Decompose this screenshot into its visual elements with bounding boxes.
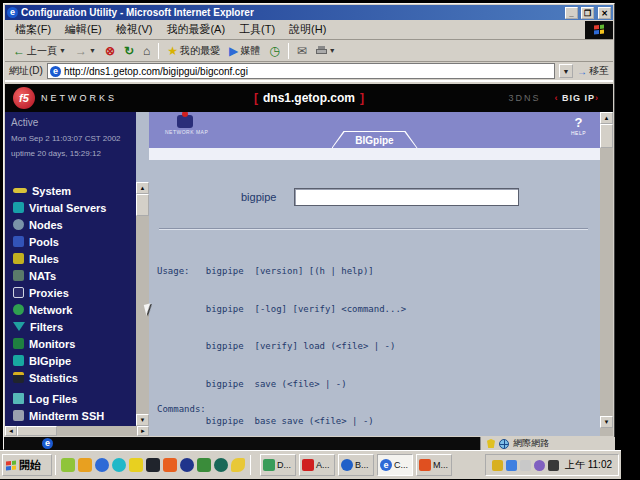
quicklaunch-icon-9[interactable] bbox=[197, 458, 211, 472]
tab-content-edge bbox=[149, 148, 600, 160]
back-dropdown-icon[interactable]: ▼ bbox=[59, 47, 66, 54]
task-button-4-active[interactable]: eC... bbox=[377, 454, 413, 476]
tray-icon-3[interactable] bbox=[520, 460, 531, 471]
proxies-icon bbox=[13, 287, 24, 298]
commands-text: Commands: class <class name> { <ip membe… bbox=[157, 378, 531, 436]
forward-dropdown-icon[interactable]: ▼ bbox=[89, 47, 96, 54]
app-icon bbox=[302, 459, 314, 471]
quicklaunch-icon-7[interactable] bbox=[163, 458, 177, 472]
sidebar-horizontal-scrollbar[interactable]: ◄ ► bbox=[5, 426, 149, 436]
quicklaunch-icon-8[interactable] bbox=[180, 458, 194, 472]
sidebar-item-label: BIGpipe bbox=[29, 355, 71, 367]
sidebar-item-system[interactable]: System bbox=[5, 182, 136, 199]
scroll-down-icon[interactable]: ▼ bbox=[136, 414, 149, 426]
sidebar-item-pools[interactable]: Pools bbox=[5, 233, 136, 250]
statistics-icon bbox=[13, 372, 24, 383]
sidebar-item-mindterm-ssh[interactable]: Mindterm SSH bbox=[5, 407, 136, 424]
browser-window: e Configuration Utility - Microsoft Inte… bbox=[3, 3, 615, 450]
quicklaunch-icon-2[interactable] bbox=[78, 458, 92, 472]
filters-icon bbox=[13, 322, 25, 331]
main-vertical-scrollbar[interactable]: ▲ ▼ bbox=[600, 112, 613, 436]
print-button[interactable]: ▼ bbox=[312, 44, 340, 57]
quicklaunch-icon-5[interactable] bbox=[129, 458, 143, 472]
scroll-right-icon[interactable]: ► bbox=[137, 426, 149, 436]
scroll-up-icon[interactable]: ▲ bbox=[600, 112, 613, 124]
quicklaunch-ie-icon[interactable] bbox=[95, 458, 109, 472]
menu-edit[interactable]: 編輯(E) bbox=[59, 20, 108, 39]
f5-header-band: f5 NETWORKS [ dns1.getop.com ] 3DNS ‹ BI… bbox=[5, 84, 613, 112]
link-bigip[interactable]: ‹ BIG IP› bbox=[554, 93, 599, 103]
sidebar-item-nats[interactable]: NATs bbox=[5, 267, 136, 284]
quicklaunch-icon-11[interactable] bbox=[231, 458, 245, 472]
quicklaunch-icon-1[interactable] bbox=[61, 458, 75, 472]
home-button[interactable]: ⌂ bbox=[139, 43, 154, 59]
favorites-label: 我的最愛 bbox=[180, 44, 220, 58]
title-bar[interactable]: e Configuration Utility - Microsoft Inte… bbox=[5, 5, 613, 20]
start-button[interactable]: 開始 bbox=[2, 454, 52, 476]
favorites-button[interactable]: ★ 我的最愛 bbox=[163, 42, 224, 60]
sidebar-item-proxies[interactable]: Proxies bbox=[5, 284, 136, 301]
sidebar-item-label: Mindterm SSH bbox=[29, 410, 104, 422]
sidebar-item-filters[interactable]: Filters bbox=[5, 318, 136, 335]
quicklaunch-icon-6[interactable] bbox=[146, 458, 160, 472]
sidebar-item-network[interactable]: Network bbox=[5, 301, 136, 318]
sidebar-item-label: Monitors bbox=[29, 338, 75, 350]
menu-view[interactable]: 檢視(V) bbox=[110, 20, 159, 39]
refresh-button[interactable]: ↻ bbox=[120, 43, 138, 59]
back-button[interactable]: ← 上一頁 ▼ bbox=[9, 42, 70, 60]
close-button[interactable]: ✕ bbox=[598, 7, 611, 19]
minimize-button[interactable]: _ bbox=[565, 7, 578, 19]
menu-favorites[interactable]: 我的最愛(A) bbox=[160, 20, 231, 39]
log-files-icon bbox=[13, 393, 24, 404]
sidebar-item-virtual-servers[interactable]: Virtual Servers bbox=[5, 199, 136, 216]
sidebar-item-bigpipe[interactable]: BIGpipe bbox=[5, 352, 136, 369]
f5-logo-icon: f5 bbox=[13, 87, 35, 109]
pools-icon bbox=[13, 236, 24, 247]
bigpipe-command-input[interactable] bbox=[294, 188, 519, 206]
task-button-5[interactable]: M... bbox=[416, 454, 452, 476]
address-bar: 網址(D) e http://dns1.getop.com/bigipgui/b… bbox=[5, 62, 613, 82]
stop-button[interactable]: ⊗ bbox=[101, 43, 119, 59]
windows-flag-icon bbox=[594, 24, 604, 34]
mail-button[interactable]: ✉ bbox=[293, 43, 311, 59]
toolbar-separator bbox=[158, 43, 159, 59]
go-button[interactable]: → 移至 bbox=[577, 64, 609, 78]
scrollbar-thumb[interactable] bbox=[17, 426, 57, 436]
scroll-up-icon[interactable]: ▲ bbox=[136, 182, 149, 194]
bigip-arrow-icon: ‹ bbox=[554, 93, 558, 103]
sidebar-item-monitors[interactable]: Monitors bbox=[5, 335, 136, 352]
tray-icon-4[interactable] bbox=[534, 460, 545, 471]
link-3dns[interactable]: 3DNS bbox=[508, 93, 540, 103]
scrollbar-thumb[interactable] bbox=[600, 124, 613, 148]
menu-help[interactable]: 說明(H) bbox=[283, 20, 332, 39]
task-button-2[interactable]: A... bbox=[299, 454, 335, 476]
menu-file[interactable]: 檔案(F) bbox=[9, 20, 57, 39]
quicklaunch-icon-4[interactable] bbox=[112, 458, 126, 472]
tray-icon-1[interactable] bbox=[492, 460, 503, 471]
tray-icon-2[interactable] bbox=[506, 460, 517, 471]
scroll-left-icon[interactable]: ◄ bbox=[5, 426, 17, 436]
scrollbar-thumb[interactable] bbox=[136, 194, 149, 216]
task-button-3[interactable]: B... bbox=[338, 454, 374, 476]
sidebar-item-nodes[interactable]: Nodes bbox=[5, 216, 136, 233]
sidebar-item-statistics[interactable]: Statistics bbox=[5, 369, 136, 386]
sidebar-item-log-files[interactable]: Log Files bbox=[5, 390, 136, 407]
forward-button[interactable]: → ▼ bbox=[71, 43, 100, 59]
tray-icon-5[interactable] bbox=[548, 460, 559, 471]
scroll-down-icon[interactable]: ▼ bbox=[600, 416, 613, 428]
media-button[interactable]: ▶ 媒體 bbox=[225, 42, 264, 60]
network-map-button[interactable]: NETWORK MAP bbox=[165, 115, 205, 135]
task-button-1[interactable]: D... bbox=[260, 454, 296, 476]
quicklaunch-icon-10[interactable] bbox=[214, 458, 228, 472]
help-button[interactable]: ? HELP bbox=[571, 115, 586, 136]
address-dropdown-icon[interactable]: ▼ bbox=[559, 64, 573, 78]
refresh-icon: ↻ bbox=[124, 45, 134, 57]
address-input[interactable]: e http://dns1.getop.com/bigipgui/bigconf… bbox=[47, 63, 555, 79]
tab-bigpipe[interactable]: BIGpipe bbox=[332, 131, 418, 148]
taskbar-separator bbox=[250, 455, 251, 475]
history-button[interactable]: ◷ bbox=[265, 43, 283, 59]
restore-button[interactable]: ❐ bbox=[581, 7, 594, 19]
sidebar-item-rules[interactable]: Rules bbox=[5, 250, 136, 267]
print-dropdown-icon[interactable]: ▼ bbox=[329, 47, 336, 54]
menu-tools[interactable]: 工具(T) bbox=[233, 20, 281, 39]
